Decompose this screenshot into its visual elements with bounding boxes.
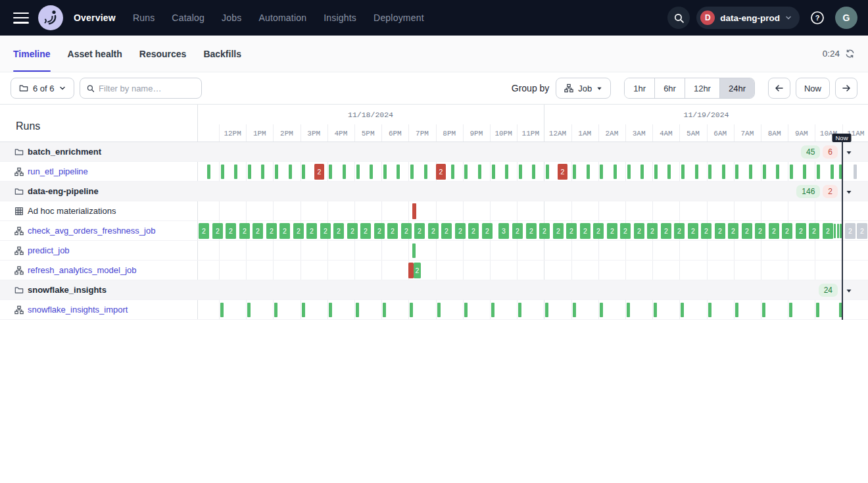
run-bar-s[interactable]: 2 [620,223,631,239]
run-bar-s[interactable] [478,165,481,179]
run-bar-s[interactable]: 2 [647,223,658,239]
run-bar-s[interactable] [762,303,765,317]
run-bar-s[interactable] [695,165,698,179]
nav-item-automation[interactable]: Automation [258,13,306,23]
run-bar-s[interactable] [505,165,508,179]
run-bar-s[interactable] [654,165,658,179]
run-bar-s[interactable]: 2 [226,223,236,239]
run-bar-s[interactable]: 2 [239,223,250,239]
nav-item-deployment[interactable]: Deployment [374,13,424,23]
row-label-snowflake-insights-import[interactable]: snowflake_insights_import [28,305,128,315]
run-bar-s[interactable] [492,165,495,179]
run-bar-s[interactable] [302,165,305,179]
expand-caret-icon[interactable] [844,187,854,197]
run-bar-s[interactable] [519,165,522,179]
run-bar-s[interactable]: 2 [796,223,806,239]
run-bar-s[interactable]: 2 [715,223,725,239]
run-bar-s[interactable] [790,165,793,179]
run-bar-s[interactable] [234,165,237,179]
run-bar-s[interactable]: 2 [266,223,277,239]
row-label-refresh-analytics-model-job[interactable]: refresh_analytics_model_job [28,265,136,275]
run-bar-s[interactable] [749,165,752,179]
run-bar-s[interactable]: 2 [688,223,698,239]
filter-input[interactable] [99,84,194,93]
run-bar-s[interactable] [464,303,468,317]
run-bar-s[interactable] [289,165,292,179]
run-bar-s[interactable]: 2 [823,223,833,239]
run-bar-s[interactable]: 2 [360,223,371,239]
dagster-logo-icon[interactable] [38,5,63,30]
run-bar-s[interactable]: 2 [661,223,671,239]
job-scope-dropdown[interactable]: 6 of 6 [11,78,74,99]
run-bar-f[interactable]: 2 [436,164,446,180]
range-24hr[interactable]: 24hr [719,78,754,98]
run-bar-s[interactable]: 2 [468,223,479,239]
run-bar-s[interactable] [667,165,671,179]
run-bar-s[interactable] [451,165,454,179]
expand-caret-icon[interactable] [844,147,854,157]
run-bar-s[interactable] [735,303,738,317]
run-bar-s[interactable]: 2 [553,223,564,239]
run-bar-q[interactable]: 2 [845,223,856,239]
run-bar-s[interactable] [654,303,657,317]
run-bar-s[interactable] [681,303,684,317]
run-bar-f[interactable]: 2 [558,164,567,180]
run-bar-s[interactable] [735,165,738,179]
tab-resources[interactable]: Resources [139,36,187,72]
run-bar-f[interactable] [408,263,414,278]
run-bar-s[interactable] [600,303,603,317]
run-bar-q[interactable] [854,165,857,179]
run-bar-s[interactable]: 2 [512,223,523,239]
run-bar-s[interactable] [816,303,819,317]
run-bar-s[interactable]: 2 [674,223,685,239]
run-bar-s[interactable] [627,303,630,317]
run-bar-s[interactable] [573,165,576,179]
run-bar-s[interactable]: 2 [428,223,439,239]
range-12hr[interactable]: 12hr [685,78,719,98]
run-bar-s[interactable] [397,165,400,179]
run-bar-s[interactable] [356,303,359,317]
run-bar-s[interactable] [587,165,590,179]
nav-item-overview[interactable]: Overview [74,13,116,23]
run-bar-s[interactable]: 3 [498,223,509,239]
row-label-check-avg-orders-freshness-job[interactable]: check_avg_orders_freshness_job [28,226,155,236]
run-bar-s[interactable] [207,165,210,179]
run-bar-s[interactable]: 2 [755,223,765,239]
run-bar-s[interactable] [383,303,386,317]
timeline-prev-button[interactable] [768,78,790,99]
run-bar-s[interactable]: 2 [199,223,209,239]
run-bar-s[interactable] [546,165,549,179]
tab-backfills[interactable]: Backfills [203,36,241,72]
deployment-switcher[interactable]: D data-eng-prod [696,7,800,29]
run-bar-s[interactable] [837,224,839,238]
run-bar-s[interactable] [383,165,387,179]
run-bar-s[interactable] [803,165,806,179]
run-bar-s[interactable] [437,303,441,317]
run-bar-s[interactable] [329,165,332,179]
run-bar-s[interactable] [708,165,711,179]
run-bar-s[interactable]: 2 [401,223,412,239]
row-label-run-etl-pipeline[interactable]: run_etl_pipeline [28,166,88,176]
run-bar-s[interactable]: 2 [809,223,819,239]
nav-item-jobs[interactable]: Jobs [222,13,241,23]
row-label-predict-job[interactable]: predict_job [28,245,70,255]
run-bar-s[interactable]: 2 [580,223,591,239]
run-bar-s[interactable] [302,303,305,317]
run-bar-s[interactable] [491,303,494,317]
run-bar-s[interactable]: 2 [769,223,779,239]
run-bar-s[interactable] [221,165,224,179]
search-icon[interactable] [667,7,690,29]
run-bar-s[interactable] [518,303,521,317]
range-6hr[interactable]: 6hr [654,78,685,98]
run-bar-s[interactable]: 2 [742,223,752,239]
run-bar-s[interactable]: 2 [482,223,493,239]
run-bar-s[interactable] [763,165,766,179]
run-bar-f[interactable]: 2 [314,164,324,180]
run-bar-s[interactable] [412,243,416,258]
run-bar-s[interactable]: 2 [279,223,290,239]
nav-item-catalog[interactable]: Catalog [172,13,205,23]
run-bar-s[interactable]: 2 [212,223,223,239]
help-icon[interactable]: ? [806,7,829,29]
nav-item-runs[interactable]: Runs [133,13,155,23]
run-bar-s[interactable] [370,165,373,179]
